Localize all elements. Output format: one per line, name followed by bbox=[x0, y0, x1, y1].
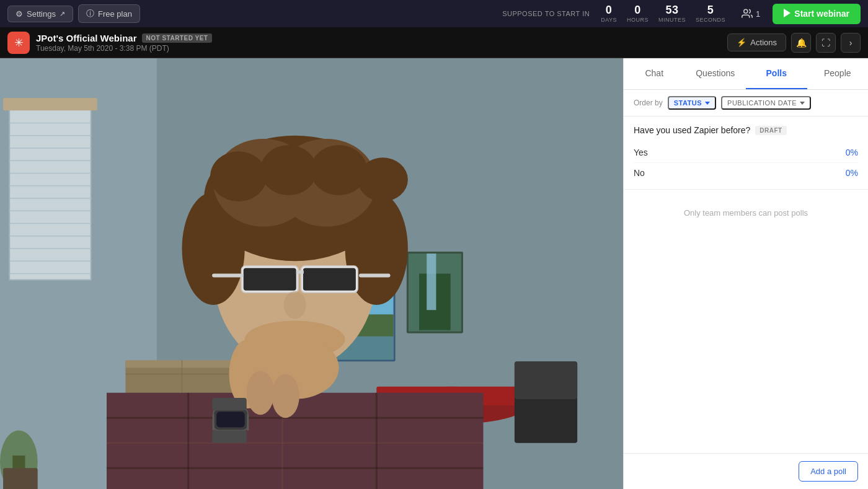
status-filter-label: STATUS bbox=[674, 99, 702, 107]
more-button[interactable]: › bbox=[841, 33, 861, 53]
svg-rect-44 bbox=[3, 468, 38, 489]
svg-point-79 bbox=[247, 371, 275, 415]
countdown-minutes: 53 MINUTES bbox=[658, 4, 686, 23]
top-navigation: ⚙ Settings ↗ ⓘ Free plan SUPPOSED TO STA… bbox=[0, 0, 868, 27]
poll-question: Have you used Zapier before? DRAFT Yes 0… bbox=[624, 117, 868, 190]
svg-point-80 bbox=[272, 374, 299, 418]
date-filter-button[interactable]: PUBLICATION DATE bbox=[721, 96, 811, 110]
polls-content: Order by STATUS PUBLICATION DATE Have yo… bbox=[624, 90, 868, 489]
people-icon bbox=[742, 8, 753, 19]
settings-button[interactable]: ⚙ Settings ↗ bbox=[7, 6, 73, 22]
free-plan-label: Free plan bbox=[98, 9, 132, 19]
webinar-date: Tuesday, May 5th 2020 - 3:38 PM (PDT) bbox=[36, 44, 727, 53]
tabs-bar: Chat Questions Polls People bbox=[624, 58, 868, 90]
logo-icon: ✳ bbox=[14, 36, 24, 50]
add-poll-label: Add a poll bbox=[810, 467, 846, 476]
team-note-text: Only team members can post polls bbox=[684, 208, 808, 218]
webinar-actions: ⚡ Actions 🔔 ⛶ › bbox=[727, 33, 861, 53]
status-filter-button[interactable]: STATUS bbox=[668, 96, 716, 110]
actions-button[interactable]: ⚡ Actions bbox=[727, 33, 786, 51]
lightning-icon: ⚡ bbox=[737, 38, 746, 47]
fullscreen-button[interactable]: ⛶ bbox=[816, 33, 836, 53]
poll-option-no-label: No bbox=[634, 168, 645, 178]
svg-point-60 bbox=[210, 151, 267, 201]
attendee-count: 1 bbox=[742, 8, 760, 19]
tab-people[interactable]: People bbox=[807, 58, 869, 89]
webinar-header: ✳ JPot's Official Webinar NOT STARTED YE… bbox=[0, 27, 868, 58]
bell-icon: 🔔 bbox=[796, 38, 807, 48]
svg-point-63 bbox=[358, 157, 408, 201]
free-plan-button[interactable]: ⓘ Free plan bbox=[78, 4, 140, 23]
tab-questions[interactable]: Questions bbox=[685, 58, 746, 89]
draft-badge: DRAFT bbox=[755, 126, 786, 135]
webinar-info: JPot's Official Webinar NOT STARTED YET … bbox=[36, 33, 727, 53]
tab-polls-label: Polls bbox=[766, 68, 787, 78]
poll-option-yes-label: Yes bbox=[634, 148, 648, 157]
tab-questions-label: Questions bbox=[696, 68, 735, 78]
svg-point-75 bbox=[283, 291, 306, 319]
svg-rect-18 bbox=[3, 98, 97, 110]
svg-rect-85 bbox=[212, 398, 247, 410]
fullscreen-icon: ⛶ bbox=[822, 38, 830, 48]
tab-chat-label: Chat bbox=[645, 68, 663, 78]
poll-option-no: No 0% bbox=[634, 163, 858, 183]
svg-rect-3 bbox=[9, 104, 91, 280]
countdown-prefix: SUPPOSED TO START IN bbox=[502, 10, 590, 17]
video-area bbox=[0, 58, 623, 489]
tab-polls[interactable]: Polls bbox=[746, 58, 807, 89]
countdown-hours: 0 HOURS bbox=[627, 4, 649, 23]
add-poll-area: Add a poll bbox=[624, 453, 868, 489]
tab-chat[interactable]: Chat bbox=[624, 58, 685, 89]
svg-rect-74 bbox=[359, 274, 391, 278]
svg-point-61 bbox=[260, 145, 317, 195]
order-bar: Order by STATUS PUBLICATION DATE bbox=[624, 90, 868, 117]
svg-rect-71 bbox=[303, 268, 356, 290]
svg-rect-72 bbox=[296, 270, 304, 273]
main-area: Chat Questions Polls People Order by STA… bbox=[0, 58, 868, 489]
status-chevron-icon bbox=[705, 102, 710, 105]
start-webinar-button[interactable]: Start webinar bbox=[773, 4, 861, 24]
webinar-title: JPot's Official Webinar bbox=[36, 33, 137, 43]
svg-rect-70 bbox=[244, 268, 296, 290]
actions-label: Actions bbox=[750, 38, 777, 47]
attendee-number: 1 bbox=[756, 9, 760, 19]
play-icon bbox=[784, 9, 790, 19]
settings-icon: ⚙ bbox=[16, 9, 23, 19]
countdown-days: 0 DAYS bbox=[601, 4, 617, 23]
settings-label: Settings bbox=[27, 9, 56, 19]
poll-option-no-pct: 0% bbox=[846, 168, 858, 178]
svg-rect-86 bbox=[212, 431, 247, 443]
svg-rect-32 bbox=[427, 253, 436, 310]
external-link-icon: ↗ bbox=[60, 10, 65, 18]
svg-point-62 bbox=[311, 145, 367, 195]
countdown-seconds: 5 SECONDS bbox=[696, 4, 725, 23]
right-panel: Chat Questions Polls People Order by STA… bbox=[623, 58, 868, 489]
countdown-area: SUPPOSED TO START IN 0 DAYS 0 HOURS 53 M… bbox=[502, 4, 729, 23]
svg-rect-82 bbox=[216, 412, 245, 427]
info-icon: ⓘ bbox=[86, 8, 94, 19]
date-chevron-icon bbox=[800, 102, 805, 105]
svg-rect-41 bbox=[515, 361, 577, 399]
chevron-right-icon: › bbox=[849, 38, 852, 48]
poll-option-yes-pct: 0% bbox=[846, 148, 858, 157]
webinar-title-row: JPot's Official Webinar NOT STARTED YET bbox=[36, 33, 727, 43]
date-filter-label: PUBLICATION DATE bbox=[727, 99, 797, 107]
poll-option-yes: Yes 0% bbox=[634, 143, 858, 163]
video-scene bbox=[0, 58, 623, 489]
order-by-label: Order by bbox=[634, 99, 663, 107]
poll-question-title: Have you used Zapier before? DRAFT bbox=[634, 125, 858, 135]
start-label: Start webinar bbox=[794, 9, 849, 19]
team-note: Only team members can post polls bbox=[624, 190, 868, 453]
status-badge: NOT STARTED YET bbox=[142, 33, 213, 43]
svg-point-0 bbox=[744, 9, 748, 13]
tab-people-label: People bbox=[824, 68, 851, 78]
poll-question-text: Have you used Zapier before? bbox=[634, 125, 750, 135]
bell-button[interactable]: 🔔 bbox=[791, 33, 811, 53]
svg-rect-73 bbox=[212, 274, 244, 278]
webinar-logo: ✳ bbox=[7, 32, 30, 54]
add-poll-button[interactable]: Add a poll bbox=[799, 461, 858, 482]
video-placeholder bbox=[0, 58, 623, 489]
